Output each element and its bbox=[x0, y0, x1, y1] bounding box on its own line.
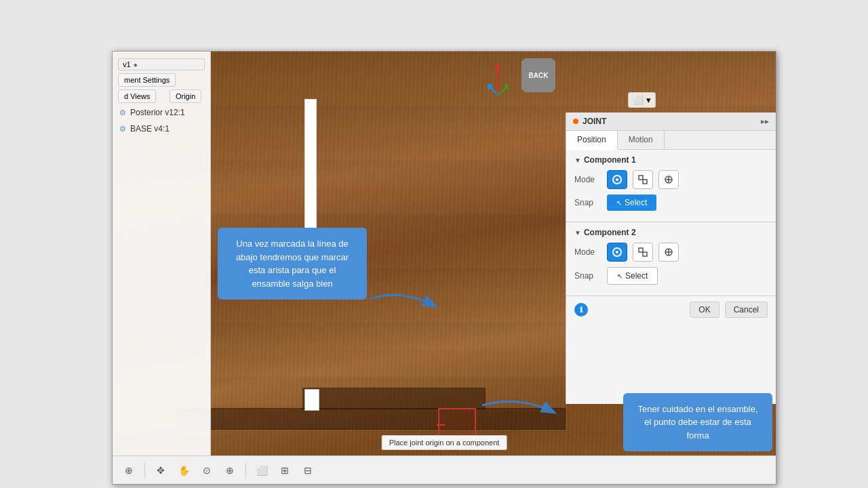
svg-line-4 bbox=[491, 87, 498, 96]
component2-section: ▼ Component 2 Mode bbox=[566, 222, 776, 296]
toolbar-sep-1 bbox=[144, 463, 145, 478]
svg-point-2 bbox=[495, 64, 500, 70]
panel-expand-icon[interactable]: ▸▸ bbox=[761, 117, 769, 126]
left-sidebar: v1 ● ment Settings d Views Origin ⚙ Post… bbox=[113, 52, 211, 455]
component2-snap-row: Snap ↖ Select bbox=[574, 267, 768, 285]
tab-motion[interactable]: Motion bbox=[618, 131, 665, 149]
model-small-white bbox=[304, 389, 319, 411]
joint-dot-icon bbox=[573, 119, 578, 124]
component1-section: ▼ Component 1 Mode bbox=[566, 150, 776, 222]
svg-rect-9 bbox=[643, 180, 647, 184]
component1-mode-btn3[interactable] bbox=[658, 170, 679, 189]
component2-mode-btn3[interactable] bbox=[658, 243, 679, 262]
component1-mode-btn1[interactable] bbox=[607, 170, 627, 189]
component2-triangle: ▼ bbox=[574, 229, 581, 237]
svg-point-14 bbox=[616, 251, 618, 253]
arrow-indicator-right bbox=[479, 388, 560, 424]
version-label: v1 bbox=[123, 60, 131, 68]
component1-mode-row: Mode bbox=[574, 170, 768, 189]
component-icon-1: ⚙ bbox=[119, 108, 126, 117]
view-cube[interactable]: BACK bbox=[521, 58, 559, 96]
component1-mode-btn2[interactable] bbox=[633, 170, 653, 189]
tab-position[interactable]: Position bbox=[566, 131, 618, 150]
panel-title: JOINT bbox=[573, 117, 606, 126]
svg-rect-15 bbox=[639, 248, 643, 252]
toolbar-display-icon[interactable]: ⊟ bbox=[298, 461, 317, 480]
cursor-icon-1: ↖ bbox=[616, 199, 622, 207]
panel-header: JOINT ▸▸ bbox=[566, 113, 776, 131]
toolbar-sep-2 bbox=[245, 463, 246, 478]
ok-button[interactable]: OK bbox=[690, 302, 719, 318]
axes-indicator bbox=[488, 62, 508, 101]
component1-triangle: ▼ bbox=[574, 157, 581, 164]
toolbar-pan-icon[interactable]: ✥ bbox=[151, 461, 170, 480]
component1-snap-row: Snap ↖ Select bbox=[574, 195, 768, 211]
info-icon[interactable]: ℹ bbox=[574, 303, 588, 317]
sidebar-item-posterior[interactable]: ⚙ Posterior v12:1 bbox=[113, 104, 210, 121]
component2-header: ▼ Component 2 bbox=[574, 228, 768, 237]
component1-header: ▼ Component 1 bbox=[574, 155, 768, 165]
sidebar-tab-views[interactable]: d Views bbox=[118, 89, 156, 103]
right-panel: JOINT ▸▸ Position Motion ▼ Component 1 bbox=[566, 113, 776, 404]
outer-frame: v1 ● ment Settings d Views Origin ⚙ Post… bbox=[0, 0, 868, 488]
component2-mode-btn2[interactable] bbox=[633, 243, 653, 262]
toolbar-zoom-icon[interactable]: ⊕ bbox=[220, 461, 239, 480]
grid-overlay-button[interactable]: ⬜ ▾ bbox=[628, 92, 656, 108]
svg-rect-16 bbox=[643, 252, 647, 256]
component2-select-button[interactable]: ↖ Select bbox=[607, 267, 658, 285]
bottom-toolbar: ⊕ ✥ ✋ ⊙ ⊕ ⬜ ⊞ ⊟ bbox=[113, 455, 776, 484]
app-window: v1 ● ment Settings d Views Origin ⚙ Post… bbox=[112, 51, 776, 485]
component2-mode-btn1[interactable] bbox=[607, 243, 627, 262]
view-cube-back: BACK bbox=[521, 58, 555, 92]
component-icon-2: ⚙ bbox=[119, 125, 126, 134]
svg-line-1 bbox=[498, 87, 507, 96]
sidebar-tab-settings[interactable]: ment Settings bbox=[118, 73, 176, 87]
toolbar-orbit-icon[interactable]: ⊙ bbox=[197, 461, 216, 480]
toolbar-hand-icon[interactable]: ✋ bbox=[174, 461, 193, 480]
svg-point-7 bbox=[616, 178, 618, 181]
panel-tabs: Position Motion bbox=[566, 131, 776, 150]
sidebar-tab-origin[interactable]: Origin bbox=[170, 89, 201, 103]
component1-select-button[interactable]: ↖ Select bbox=[607, 195, 656, 211]
status-tooltip: Place joint origin on a component bbox=[382, 435, 507, 450]
grid-icon: ⬜ bbox=[633, 95, 644, 105]
svg-rect-8 bbox=[639, 176, 643, 180]
arrow-indicator-left bbox=[367, 285, 441, 318]
panel-footer: ℹ OK Cancel bbox=[566, 296, 776, 323]
version-badge[interactable]: v1 ● bbox=[118, 58, 205, 70]
cancel-button[interactable]: Cancel bbox=[725, 302, 768, 318]
grid-dropdown-icon: ▾ bbox=[646, 95, 651, 105]
tooltip-right: Tener cuidado en el ensamble, el punto d… bbox=[623, 393, 772, 452]
model-board-mid bbox=[302, 388, 486, 409]
cursor-icon-2: ↖ bbox=[617, 272, 623, 280]
sidebar-item-base[interactable]: ⚙ BASE v4:1 bbox=[113, 121, 210, 137]
toolbar-view-icon[interactable]: ⬜ bbox=[252, 461, 271, 480]
toolbar-navigate-icon[interactable]: ⊕ bbox=[119, 461, 138, 480]
component2-mode-row: Mode bbox=[574, 243, 768, 262]
toolbar-grid-icon[interactable]: ⊞ bbox=[275, 461, 294, 480]
tooltip-left: Una vez marcada la línea de abajo tendre… bbox=[218, 228, 367, 300]
